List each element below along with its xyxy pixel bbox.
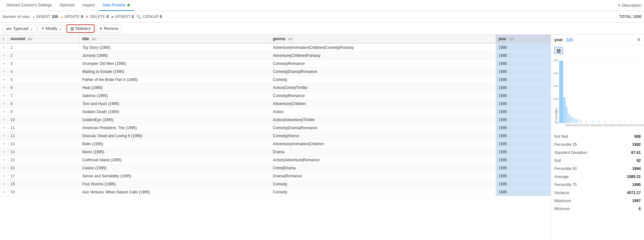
stats-table: Not Null 908 Percentile 25 1992 Standard… <box>551 130 644 240</box>
table-row: + 10 GoldenEye (1995) Action|Adventure|T… <box>0 116 551 124</box>
cell-genres: Drama <box>270 148 496 156</box>
cell-title: Sabrina (1995) <box>79 92 270 100</box>
svg-rect-17 <box>577 119 578 123</box>
stat-label: Percentile 75 <box>554 182 577 187</box>
chart-svg <box>559 59 641 123</box>
row-add-ctrl[interactable]: + <box>0 148 8 156</box>
typecast-button[interactable]: abc Typecast ⌄ <box>3 25 37 32</box>
row-add-ctrl[interactable]: + <box>0 180 8 188</box>
cell-genres: Comedy <box>270 76 496 84</box>
nav-optimize[interactable]: Optimize <box>56 0 78 11</box>
row-add-ctrl[interactable]: + <box>0 132 8 140</box>
table-row: + 3 Grumpier Old Men (1995) Comedy|Roman… <box>0 60 551 68</box>
close-icon[interactable]: ✕ <box>637 37 641 43</box>
stat-value: 92 <box>637 158 641 163</box>
cell-genres: Adventure|Animation|Children <box>270 140 496 148</box>
nav-data-preview[interactable]: Data Preview <box>99 0 134 11</box>
stat-lookup: 🔍 LOOKUP 0 <box>136 14 162 19</box>
row-add-ctrl[interactable]: + <box>0 156 8 164</box>
statistics-button[interactable]: ▨ Statistics <box>67 24 94 33</box>
stat-row: Percentile 50 1994 <box>554 165 641 173</box>
cell-year: 1995 <box>496 108 550 116</box>
cell-genres: Crime|Drama <box>270 164 496 172</box>
cell-movieid: 11 <box>8 124 79 132</box>
row-add-ctrl[interactable]: + <box>0 43 8 52</box>
cell-year: 1995 <box>496 188 550 196</box>
svg-rect-27 <box>631 121 632 123</box>
row-add-ctrl[interactable]: + <box>0 76 8 84</box>
row-add-ctrl[interactable]: + <box>0 116 8 124</box>
table-row: + 12 Dracula: Dead and Loving It (1995) … <box>0 132 551 140</box>
table-scroll[interactable]: ↕ movieId abc title abc genres abc year … <box>0 35 551 240</box>
nav-inspect[interactable]: Inspect <box>78 0 99 11</box>
y-label-0: 0 <box>550 121 559 124</box>
cell-movieid: 4 <box>8 68 79 76</box>
cell-year: 1995 <box>496 68 550 76</box>
cell-title: Jumanji (1995) <box>79 52 270 60</box>
action-toolbar: abc Typecast ⌄ ✎ Modify ⌄ ▨ Statistics ✕… <box>0 22 644 35</box>
panel-title: year <box>554 37 563 42</box>
remove-button[interactable]: ✕ Remove <box>96 25 122 32</box>
col-movieid[interactable]: movieId abc <box>8 35 79 43</box>
cell-year: 1995 <box>496 140 550 148</box>
cell-genres: Comedy|Drama|Romance <box>270 124 496 132</box>
row-add-ctrl[interactable]: + <box>0 140 8 148</box>
svg-rect-7 <box>563 97 566 123</box>
panel-header: year 123 ✕ <box>551 35 644 45</box>
table-row: + 6 Heat (1995) Action|Crime|Thriller 19… <box>0 84 551 92</box>
row-add-ctrl[interactable]: + <box>0 68 8 76</box>
row-add-ctrl[interactable]: + <box>0 172 8 180</box>
total-count: TOTAL 1000 <box>619 14 641 19</box>
modify-button[interactable]: ✎ Modify ⌄ <box>38 25 65 32</box>
col-title[interactable]: title abc <box>79 35 270 43</box>
row-add-ctrl[interactable]: + <box>0 124 8 132</box>
nav-derived-column[interactable]: Derived Column's Settings <box>3 0 56 11</box>
table-row: + 15 Cutthroat Island (1995) Action|Adve… <box>0 156 551 164</box>
table-row: + 13 Balto (1995) Adventure|Animation|Ch… <box>0 140 551 148</box>
stat-value: 6 <box>639 207 641 211</box>
row-add-ctrl[interactable]: + <box>0 108 8 116</box>
table-row: + 14 Nixon (1995) Drama 1995 <box>0 148 551 156</box>
row-add-ctrl[interactable]: + <box>0 84 8 92</box>
row-add-ctrl[interactable]: + <box>0 60 8 68</box>
y-label-250: 250 <box>550 59 559 62</box>
stat-label: Minimum <box>554 207 570 211</box>
cell-movieid: 3 <box>8 60 79 68</box>
cell-movieid: 18 <box>8 180 79 188</box>
description-button[interactable]: ✎ Description <box>618 3 641 8</box>
svg-rect-19 <box>580 119 582 123</box>
col-year[interactable]: year 123 <box>496 35 550 43</box>
stat-label: Average <box>554 174 568 179</box>
chart-view-button[interactable]: ▨ <box>554 47 563 54</box>
row-add-ctrl[interactable]: + <box>0 92 8 100</box>
svg-rect-15 <box>575 118 576 123</box>
stat-value: 908 <box>634 134 641 139</box>
cell-year: 1995 <box>496 76 550 84</box>
stat-label: Percentile 50 <box>554 166 577 171</box>
cell-movieid: 19 <box>8 188 79 196</box>
panel-type-badge: 123 <box>565 38 574 42</box>
cell-genres: Comedy <box>270 180 496 188</box>
row-add-ctrl[interactable]: + <box>0 100 8 108</box>
row-count-label: Number of rows <box>3 14 30 19</box>
cell-year: 1995 <box>496 164 550 172</box>
col-genres[interactable]: genres abc <box>270 35 496 43</box>
row-add-ctrl[interactable]: + <box>0 188 8 196</box>
cell-movieid: 5 <box>8 76 79 84</box>
row-add-ctrl[interactable]: + <box>0 164 8 172</box>
stat-upsert: ● UPSERT 0 <box>111 14 134 19</box>
table-row: + 19 Ace Ventura: When Nature Calls (199… <box>0 188 551 196</box>
svg-rect-16 <box>576 119 577 123</box>
col-sort[interactable]: ↕ <box>0 35 8 43</box>
cell-title: Sudden Death (1995) <box>79 108 270 116</box>
cell-genres: Adventure|Animation|Children|Comedy|Fant… <box>270 43 496 52</box>
row-add-ctrl[interactable]: + <box>0 52 8 60</box>
table-row: + 9 Sudden Death (1995) Action 1995 <box>0 108 551 116</box>
cell-title: Cutthroat Island (1995) <box>79 156 270 164</box>
cell-title: Waiting to Exhale (1995) <box>79 68 270 76</box>
svg-rect-6 <box>559 61 563 123</box>
y-label-150: 150 <box>550 84 559 88</box>
cell-title: Grumpier Old Men (1995) <box>79 60 270 68</box>
cell-movieid: 13 <box>8 140 79 148</box>
cell-genres: Comedy <box>270 188 496 196</box>
